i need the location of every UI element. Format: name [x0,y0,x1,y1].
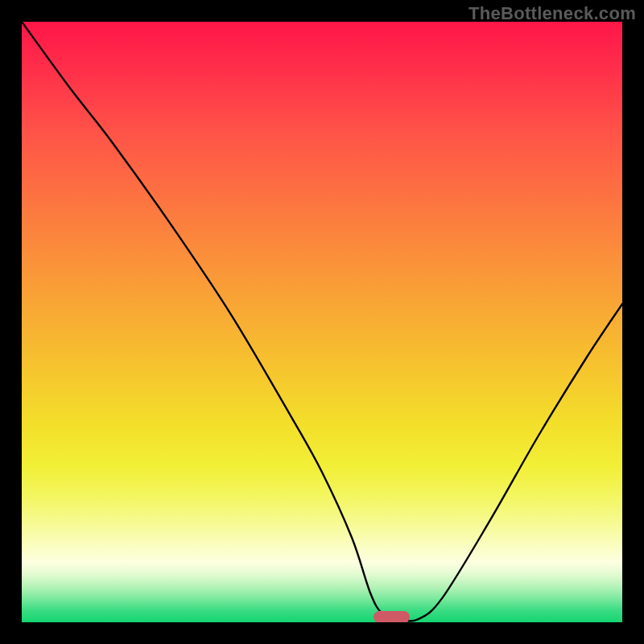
chart-container: TheBottleneck.com [0,0,644,644]
optimal-marker [374,611,410,622]
plot-area [22,22,622,622]
watermark-text: TheBottleneck.com [469,3,636,24]
bottleneck-curve [22,22,622,622]
